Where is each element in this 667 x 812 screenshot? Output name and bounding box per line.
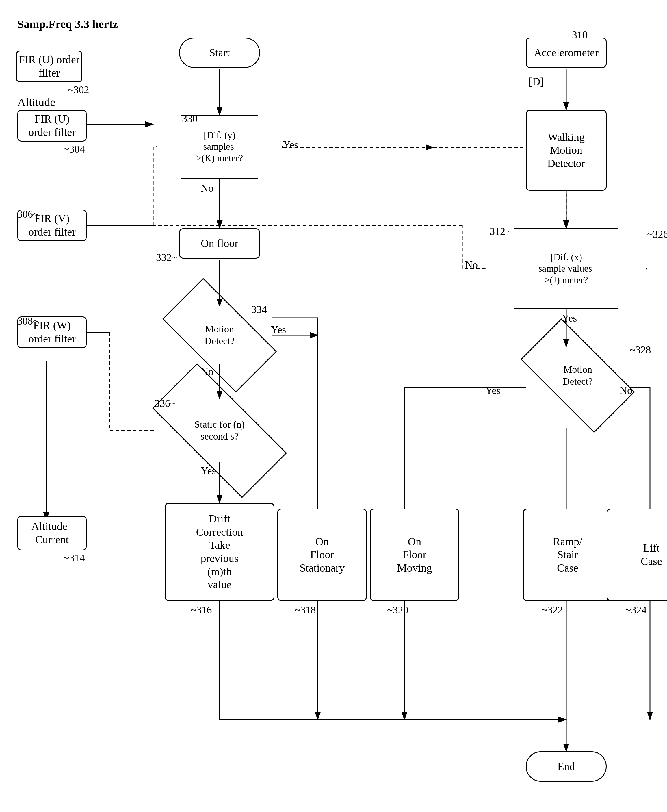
ref-304: ~304 bbox=[63, 143, 85, 155]
ref-330: 330 bbox=[182, 113, 197, 125]
altitude-label: Altitude bbox=[17, 95, 55, 109]
dif-x-hex: [Dif. (x)sample values|>(J) meter? bbox=[485, 228, 647, 309]
ref-310: 310 bbox=[572, 29, 587, 41]
fir-u-box: FIR (U)order filter bbox=[17, 110, 87, 141]
no-label-4: No bbox=[620, 384, 632, 397]
no-label-3: No bbox=[465, 259, 478, 271]
ref-306: 306~ bbox=[17, 208, 38, 220]
samp-freq-label: Samp.Freq 3.3 hertz bbox=[17, 17, 118, 31]
ref-312: 312~ bbox=[489, 226, 511, 237]
ref-336: 336~ bbox=[154, 397, 176, 410]
dif-y-hex: [Dif. (y)samples|>(K) meter? bbox=[156, 115, 283, 179]
walking-motion-detector-box: WalkingMotionDetector bbox=[526, 110, 607, 191]
ref-334: 334 bbox=[251, 304, 267, 316]
ref-332: 332~ bbox=[156, 251, 177, 264]
altitude-current-box: Altitude_Current bbox=[17, 516, 87, 550]
drift-correction-box: DriftCorrectionTakeprevious(m)thvalue bbox=[165, 503, 274, 601]
accelerometer-box: Accelerometer bbox=[526, 38, 607, 68]
on-floor-moving-box: OnFloorMoving bbox=[370, 508, 459, 601]
yes-label-1: Yes bbox=[283, 139, 298, 151]
ref-316: ~316 bbox=[191, 604, 212, 616]
lift-case-box: LiftCase bbox=[607, 508, 667, 601]
diagram: Samp.Freq 3.3 hertz FIR (U) order filter… bbox=[0, 0, 667, 812]
yes-label-3: Yes bbox=[201, 465, 216, 477]
on-floor-stationary-box: OnFloorStationary bbox=[277, 508, 367, 601]
ref-324: ~324 bbox=[626, 604, 647, 616]
ref-302: ~302 bbox=[68, 84, 89, 96]
ref-308: 308~ bbox=[17, 315, 38, 327]
ref-322: ~322 bbox=[542, 604, 563, 616]
ref-318: ~318 bbox=[295, 604, 316, 616]
ramp-stair-case-box: Ramp/StairCase bbox=[523, 508, 612, 601]
ref-314: ~314 bbox=[63, 552, 85, 564]
yes-label-5: Yes bbox=[485, 384, 500, 397]
on-floor-box: On floor bbox=[179, 228, 260, 259]
ref-320: ~320 bbox=[387, 604, 408, 616]
start-box: Start bbox=[179, 38, 260, 68]
ref-326: ~326 bbox=[647, 228, 667, 241]
motion-detect-2-diamond: MotionDetect? bbox=[526, 347, 630, 405]
end-box: End bbox=[526, 751, 607, 782]
no-label-1: No bbox=[201, 182, 214, 194]
ref-328: ~328 bbox=[630, 344, 651, 356]
yes-label-2: Yes bbox=[271, 324, 286, 336]
pressure-sensor-box: FIR (U) order filter bbox=[16, 51, 82, 82]
d-label: [D] bbox=[529, 75, 544, 88]
